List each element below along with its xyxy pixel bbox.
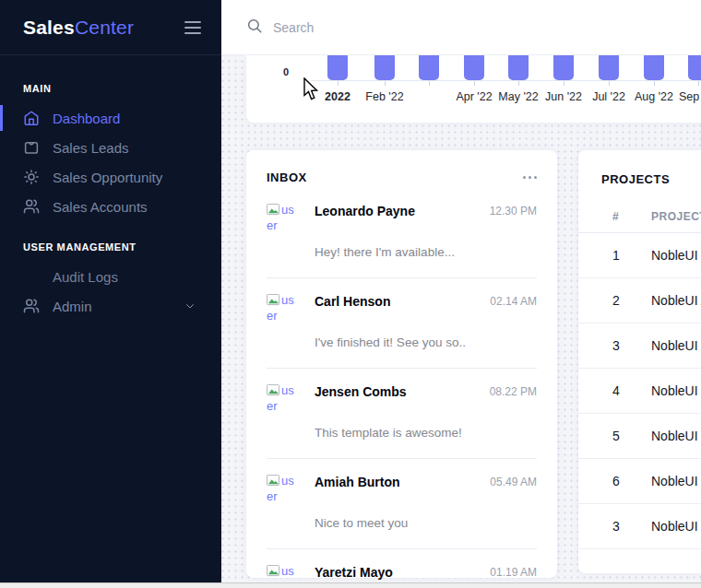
table-row: 3 NobleUI Ember bbox=[578, 504, 701, 549]
chart-bar bbox=[599, 55, 619, 80]
column-header-number: # bbox=[612, 210, 631, 223]
sidebar-item-sales-accounts[interactable]: Sales Accounts bbox=[0, 192, 221, 221]
table-row: 4 NobleUI Vue bbox=[578, 369, 701, 414]
axis-tick bbox=[564, 81, 564, 86]
table-row: 3 NobleUI React bbox=[578, 323, 701, 369]
inbox-title: INBOX bbox=[267, 171, 307, 184]
chart-bar bbox=[508, 55, 529, 80]
axis-tick bbox=[338, 81, 339, 86]
projects-title: PROJECTS bbox=[601, 172, 670, 186]
x-axis-label: Feb '22 bbox=[357, 90, 412, 103]
axis-tick bbox=[654, 81, 655, 86]
message-preview: This template is awesome! bbox=[315, 425, 475, 441]
project-name: NobleUI jQuery bbox=[651, 248, 701, 263]
sidebar-item-sales-leads[interactable]: Sales Leads bbox=[0, 133, 221, 162]
sidebar-item-audit-logs[interactable]: Audit Logs bbox=[0, 262, 221, 291]
chart-bar bbox=[419, 55, 439, 80]
message-preview: Nice to meet you bbox=[315, 515, 475, 532]
horizontal-scrollbar[interactable] bbox=[0, 582, 701, 588]
menu-toggle-icon[interactable] bbox=[184, 21, 201, 34]
bag-icon bbox=[23, 139, 40, 156]
nav-section-main: MAIN bbox=[23, 83, 221, 94]
message-time: 08.22 PM bbox=[490, 383, 537, 417]
nav-section-user-management: USER MANAGEMENT bbox=[23, 241, 221, 253]
chart-bar bbox=[374, 55, 395, 80]
axis-tick bbox=[518, 81, 519, 86]
sidebar-item-label: Sales Opportunity bbox=[53, 170, 162, 185]
chevron-down-icon[interactable] bbox=[184, 300, 196, 312]
axis-tick bbox=[698, 81, 699, 86]
sidebar-item-label: Admin bbox=[53, 299, 92, 314]
message-preview: Hey! there I'm available... bbox=[315, 244, 475, 261]
row-number: 1 bbox=[612, 248, 631, 263]
sender-name: Carl Henson bbox=[315, 293, 475, 326]
sender-name: Jensen Combs bbox=[315, 383, 475, 417]
sidebar-item-dashboard[interactable]: Dashboard bbox=[0, 103, 221, 133]
avatar-broken-image: user bbox=[267, 383, 300, 417]
avatar-broken-image: user bbox=[267, 203, 300, 236]
search-input[interactable] bbox=[273, 20, 550, 35]
row-number: 2 bbox=[612, 293, 631, 308]
ellipsis-menu-icon[interactable] bbox=[523, 172, 537, 182]
avatar-broken-image: user bbox=[267, 293, 300, 326]
axis-tick bbox=[429, 81, 430, 86]
sidebar-item-label: Dashboard bbox=[53, 111, 120, 126]
message-time: 12.30 PM bbox=[490, 203, 537, 236]
x-axis-label: Sep '22 bbox=[671, 90, 701, 103]
table-row: 2 NobleUI Angular bbox=[578, 278, 701, 323]
inbox-message-row[interactable]: user Leonardo Payne 12.30 PM Hey! there … bbox=[267, 188, 537, 278]
avatar-broken-image: user bbox=[267, 474, 300, 507]
sidebar-item-sales-opportunity[interactable]: Sales Opportunity bbox=[0, 162, 221, 192]
row-number: 3 bbox=[612, 519, 631, 534]
projects-table-header: # PROJECT NAME bbox=[578, 200, 701, 233]
chart-bar bbox=[644, 55, 664, 80]
sidebar: SalesCenter MAIN Dashboard Sales Leads S… bbox=[0, 0, 221, 582]
project-name: NobleUI NET MVC bbox=[651, 474, 701, 488]
axis-tick bbox=[609, 81, 610, 86]
users-icon bbox=[23, 198, 40, 215]
axis-tick bbox=[385, 81, 386, 86]
projects-table: # PROJECT NAME 1 NobleUI jQuery 2 NobleU… bbox=[578, 200, 701, 549]
inbox-message-row[interactable]: user Amiah Burton 05.49 AM Nice to meet … bbox=[267, 459, 537, 549]
row-number: 5 bbox=[612, 429, 631, 443]
chart-bar bbox=[464, 55, 484, 80]
sidebar-item-admin[interactable]: Admin bbox=[0, 291, 221, 321]
message-preview: I've finished it! See you so.. bbox=[315, 335, 475, 351]
home-icon bbox=[23, 110, 40, 126]
sender-name: Leonardo Payne bbox=[315, 203, 475, 236]
project-name: NobleUI Angular bbox=[651, 293, 701, 308]
column-header-project-name: PROJECT NAME bbox=[651, 210, 701, 223]
sidebar-item-label: Audit Logs bbox=[53, 269, 118, 285]
table-row: 6 NobleUI NET MVC bbox=[578, 459, 701, 504]
inbox-card: INBOX user Leonardo Payne 12.30 PM Hey! … bbox=[246, 150, 557, 578]
inbox-message-row[interactable]: user Carl Henson 02.14 AM I've finished … bbox=[267, 278, 537, 369]
chart-card: 0 2022 Feb '22 Apr '22 May '22 Jun '22 J… bbox=[246, 55, 701, 123]
sidebar-nav: MAIN Dashboard Sales Leads Sales Opportu… bbox=[0, 55, 221, 321]
inbox-list: user Leonardo Payne 12.30 PM Hey! there … bbox=[267, 188, 537, 588]
brand-bold: Sales bbox=[23, 17, 75, 38]
row-number: 4 bbox=[612, 383, 631, 398]
project-name: NobleUI Ember bbox=[651, 519, 701, 534]
project-name: NobleUI Laravel bbox=[651, 429, 701, 443]
sender-name: Amiah Burton bbox=[315, 474, 475, 507]
table-row: 5 NobleUI Laravel bbox=[578, 414, 701, 459]
chart-bar bbox=[327, 55, 348, 80]
chart-bar bbox=[553, 55, 574, 80]
project-name: NobleUI React bbox=[651, 338, 701, 353]
brand-logo[interactable]: SalesCenter bbox=[23, 17, 134, 39]
brand-accent: Center bbox=[75, 17, 134, 38]
chart-bar bbox=[688, 55, 701, 80]
sidebar-item-label: Sales Accounts bbox=[53, 199, 148, 215]
inbox-message-row[interactable]: user Jensen Combs 08.22 PM This template… bbox=[267, 369, 537, 459]
topbar bbox=[221, 0, 701, 55]
chart-x-axis bbox=[311, 80, 701, 81]
sun-icon bbox=[23, 169, 40, 185]
row-number: 3 bbox=[612, 338, 631, 353]
axis-tick bbox=[474, 81, 475, 86]
project-name: NobleUI Vue bbox=[651, 383, 701, 398]
brand-bar: SalesCenter bbox=[0, 0, 221, 55]
message-time: 05.49 AM bbox=[490, 474, 537, 507]
message-time: 02.14 AM bbox=[490, 293, 537, 326]
table-row: 1 NobleUI jQuery bbox=[578, 233, 701, 278]
sidebar-item-label: Sales Leads bbox=[53, 140, 129, 156]
